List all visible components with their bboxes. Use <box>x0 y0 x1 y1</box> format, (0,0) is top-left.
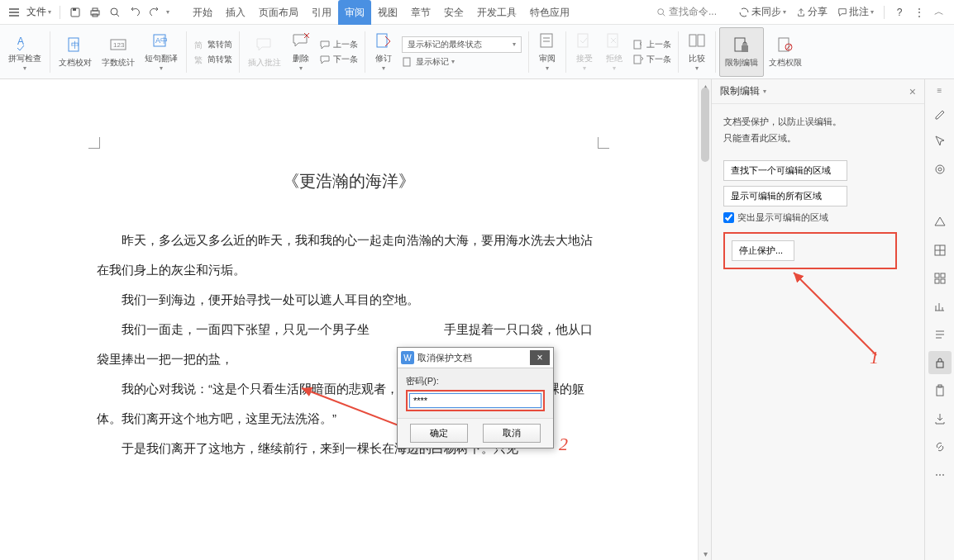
export-icon[interactable] <box>928 407 952 430</box>
password-label: 密码(P): <box>406 375 545 387</box>
svg-point-6 <box>658 8 664 14</box>
translate-button[interactable]: A中短句翻译▾ <box>140 27 183 77</box>
file-menu[interactable]: 文件▾ <box>23 5 55 19</box>
track-state-select[interactable]: 显示标记的最终状态▾ <box>402 36 522 53</box>
list-icon[interactable] <box>928 323 952 346</box>
dialog-title: 取消保护文档 <box>417 352 472 364</box>
title-bar: 文件▾ ▾ 开始 插入 页面布局 引用 审阅 视图 章节 安全 开发工具 特色应… <box>0 0 954 25</box>
track-changes-button[interactable]: 修订▾ <box>369 27 398 77</box>
scroll-thumb[interactable] <box>701 88 709 162</box>
proof-button[interactable]: 中文档校对 <box>54 27 97 77</box>
unprotect-dialog: W 取消保护文档 × 密码(P): 确定 取消 <box>397 347 554 448</box>
svg-rect-32 <box>935 273 939 278</box>
restrict-editing-button[interactable]: 限制编辑 <box>719 27 764 77</box>
hamburger-menu[interactable] <box>5 7 23 18</box>
svg-text:123: 123 <box>113 41 125 49</box>
undo-icon[interactable] <box>128 6 141 19</box>
delete-comment-button[interactable]: 删除▾ <box>286 27 316 77</box>
svg-rect-21 <box>634 40 641 49</box>
save-icon[interactable] <box>69 6 82 19</box>
annotation-number: 2 <box>559 434 568 455</box>
prev-change-button[interactable]: 上一条 <box>632 37 671 52</box>
more-icon[interactable]: ⋮ <box>913 6 926 19</box>
tab-section[interactable]: 章节 <box>404 0 437 25</box>
table-icon[interactable] <box>928 239 952 262</box>
margin-corner-icon <box>88 137 100 149</box>
command-search[interactable]: 查找命令... <box>656 5 717 19</box>
panel-title: 限制编辑 <box>720 84 760 98</box>
review-pane-button[interactable]: 审阅▾ <box>532 27 562 77</box>
doc-title: 《更浩瀚的海洋》 <box>97 170 601 192</box>
ok-button[interactable]: 确定 <box>410 424 468 443</box>
collapse-panel-icon[interactable]: ≡ <box>928 84 952 96</box>
preview-icon[interactable] <box>108 6 122 19</box>
tab-insert[interactable]: 插入 <box>219 0 252 25</box>
tab-featured[interactable]: 特色应用 <box>523 0 576 25</box>
pen-icon[interactable] <box>928 102 952 125</box>
clipboard-icon[interactable] <box>928 379 952 402</box>
tab-security[interactable]: 安全 <box>437 0 470 25</box>
vertical-scrollbar[interactable]: ▴ ▾ <box>698 79 711 560</box>
svg-rect-19 <box>578 34 588 47</box>
ribbon: A拼写检查▾ 中文档校对 123字数统计 A中短句翻译▾ 简繁转简 繁简转繁 插… <box>0 25 954 79</box>
next-change-button[interactable]: 下一条 <box>632 52 671 67</box>
reject-button: 拒绝▾ <box>599 27 629 77</box>
svg-rect-35 <box>941 279 945 283</box>
svg-text:繁: 繁 <box>194 55 203 64</box>
stop-protection-highlight: 停止保护... <box>723 232 897 269</box>
page: 《更浩瀚的海洋》 昨天，多么远又多么近的昨天，我和我的心一起走向浩瀚的大海，要用… <box>22 96 675 560</box>
cursor-icon[interactable] <box>928 130 952 153</box>
show-all-regions-button[interactable]: 显示可编辑的所有区域 <box>723 186 847 206</box>
password-highlight <box>406 390 545 411</box>
find-next-region-button[interactable]: 查找下一个可编辑的区域 <box>723 160 847 181</box>
tab-reference[interactable]: 引用 <box>305 0 338 25</box>
chart-icon[interactable] <box>928 295 952 318</box>
svg-point-5 <box>111 8 117 15</box>
prev-comment-button[interactable]: 上一条 <box>319 37 358 52</box>
show-markup-button[interactable]: 显示标记▾ <box>402 55 522 69</box>
side-toolbar: ≡ ⋯ <box>924 79 954 560</box>
grid-icon[interactable] <box>928 267 952 290</box>
panel-header: 限制编辑 ▾ × <box>712 79 924 104</box>
print-icon[interactable] <box>88 6 102 19</box>
lock-icon[interactable] <box>928 351 952 374</box>
password-input[interactable] <box>409 393 541 408</box>
dialog-close-icon[interactable]: × <box>530 350 550 365</box>
sync-status[interactable]: 未同步▾ <box>738 5 786 19</box>
compare-button[interactable]: 比较▾ <box>682 27 712 77</box>
tab-layout[interactable]: 页面布局 <box>252 0 305 25</box>
wordcount-button[interactable]: 123字数统计 <box>97 27 140 77</box>
stop-protection-button[interactable]: 停止保护... <box>732 240 794 261</box>
comment-nav-group: 上一条 下一条 <box>316 27 361 77</box>
svg-rect-20 <box>608 34 618 47</box>
more-tools-icon[interactable]: ⋯ <box>928 463 952 486</box>
comments-button[interactable]: 批注▾ <box>837 5 874 19</box>
spellcheck-button[interactable]: A拼写检查▾ <box>3 27 46 77</box>
highlight-regions-checkbox[interactable]: 突出显示可编辑的区域 <box>723 211 913 224</box>
svg-rect-16 <box>377 34 387 47</box>
svg-rect-33 <box>941 273 945 278</box>
collapse-ribbon-icon[interactable]: ︿ <box>933 6 946 19</box>
svg-text:简: 简 <box>194 40 203 50</box>
settings-icon[interactable] <box>928 158 952 181</box>
next-comment-button[interactable]: 下一条 <box>319 52 358 67</box>
redo-icon[interactable] <box>148 6 161 19</box>
tab-review[interactable]: 审阅 <box>338 0 371 25</box>
qat-dropdown[interactable]: ▾ <box>166 8 169 16</box>
svg-rect-1 <box>73 8 76 11</box>
tab-view[interactable]: 视图 <box>371 0 404 25</box>
change-nav-group: 上一条 下一条 <box>629 27 675 77</box>
app-logo-icon: W <box>401 351 414 364</box>
tab-devtools[interactable]: 开发工具 <box>470 0 523 25</box>
svg-text:A中: A中 <box>155 36 168 45</box>
shape-icon[interactable] <box>928 211 952 234</box>
help-icon[interactable]: ? <box>893 6 906 19</box>
scroll-down-icon[interactable]: ▾ <box>699 547 712 560</box>
tab-start[interactable]: 开始 <box>186 0 219 25</box>
svg-text:中: 中 <box>71 40 79 50</box>
share-button[interactable]: 分享 <box>796 5 828 19</box>
permissions-button[interactable]: 文档权限 <box>764 27 807 77</box>
cancel-button[interactable]: 取消 <box>483 424 541 443</box>
panel-close-icon[interactable]: × <box>909 85 916 98</box>
link-icon[interactable] <box>928 435 952 458</box>
